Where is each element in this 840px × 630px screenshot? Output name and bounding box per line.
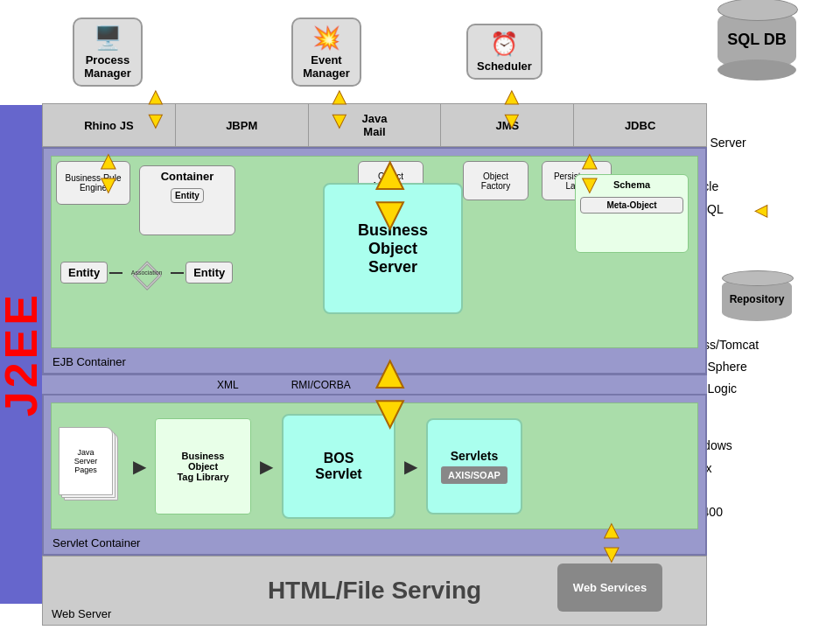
page-front: JavaServerPages [59, 427, 113, 495]
bot-lib-label: BusinessObjectTag Library [177, 451, 228, 482]
event-manager-label: EventManager [303, 53, 349, 80]
event-manager-arrow: ▲ ▼ [328, 83, 351, 134]
ejb-container-label: EJB Container [52, 355, 126, 368]
axis-to-webservices-arrow: ▲ ▼ [599, 516, 624, 568]
axis-soap-box: AXIS/SOAP [441, 466, 508, 484]
botlib-to-bosservlet-arrow: ▶ [260, 456, 273, 477]
object-factory-box: ObjectFactory [463, 161, 528, 200]
entity-in-container: Entity [171, 188, 204, 203]
bos-to-bosservlet-arrow: ▲ ▼ [368, 346, 412, 438]
rmi-corba-label: RMI/CORBA [291, 379, 351, 391]
association-area: ◇ Association [109, 257, 184, 288]
entity-left-box: Entity [60, 262, 108, 284]
meta-object-label: Meta-Object [606, 200, 656, 210]
servlet-container-label: Servlet Container [52, 536, 140, 550]
jsp-label: JavaServerPages [74, 448, 98, 474]
repo-arrow: ◀ [755, 200, 767, 220]
servlets-box: Servlets AXIS/SOAP [426, 418, 522, 514]
jsp-to-botlib-arrow: ▶ [133, 456, 146, 477]
process-manager-icon: 🖥️ [94, 24, 122, 52]
left-line [109, 272, 122, 274]
connector-bar: Rhino JS JBPM JavaMail JMS JDBC [42, 103, 707, 147]
servlets-label: Servlets [451, 449, 498, 463]
schema-label: Schema [613, 179, 650, 190]
external-components-area: 🖥️ ProcessManager 💥 EventManager ⏰ Sched… [42, 0, 707, 103]
sql-db-label: SQL DB [727, 31, 787, 49]
web-services-label: Web Services [573, 581, 647, 594]
repository-cylinder: Repository [722, 277, 792, 321]
axis-soap-label: AXIS/SOAP [448, 470, 500, 480]
jsp-paper-stack: JavaServerPages [59, 427, 124, 506]
meta-object-box: Meta-Object [580, 197, 683, 214]
xml-label: XML [217, 379, 239, 391]
diamond-shape: ◇ Association [122, 257, 171, 288]
web-server-label: Web Server [52, 607, 111, 620]
scheduler-box: ⏰ Scheduler [466, 24, 542, 80]
process-manager-box: 🖥️ ProcessManager [73, 18, 143, 87]
scheduler-label: Scheduler [477, 60, 532, 73]
scheduler-arrow: ▲ ▼ [500, 83, 523, 134]
bot-lib-box: BusinessObjectTag Library [155, 418, 251, 514]
jms-big-arrow: ▲ ▼ [368, 147, 412, 239]
jsp-area: JavaServerPages [59, 427, 124, 506]
scheduler-icon: ⏰ [490, 31, 518, 58]
association-label: Association [131, 270, 163, 276]
repository-label: Repository [730, 293, 785, 305]
servlets-area: Servlets AXIS/SOAP [426, 418, 522, 514]
entity-row: Entity ◇ Association Entity [60, 257, 233, 288]
process-manager-arrow: ▲ ▼ [144, 83, 167, 134]
j2ee-text: J2EE [0, 291, 47, 416]
jdbc-arrow: ▲ ▼ [578, 147, 602, 199]
event-manager-icon: 💥 [312, 24, 340, 52]
bosservlet-to-servlets-arrow: ▶ [404, 456, 417, 477]
web-services-box: Web Services [557, 564, 662, 612]
entity-right-box: Entity [186, 262, 233, 284]
bos-servlet-label: BOSServlet [315, 451, 361, 482]
process-manager-label: ProcessManager [84, 53, 130, 80]
rhino-to-ejb-arrow: ▲ ▼ [96, 147, 121, 199]
right-line [171, 272, 184, 274]
connector-jbpm: JBPM [176, 104, 309, 146]
sql-db-cylinder: SQL DB [718, 9, 796, 70]
event-manager-box: 💥 EventManager [291, 18, 361, 87]
container-box: Container Entity [139, 165, 235, 235]
connector-jdbc: JDBC [574, 104, 706, 146]
container-label: Container [161, 170, 214, 183]
j2ee-label: J2EE [0, 105, 42, 604]
